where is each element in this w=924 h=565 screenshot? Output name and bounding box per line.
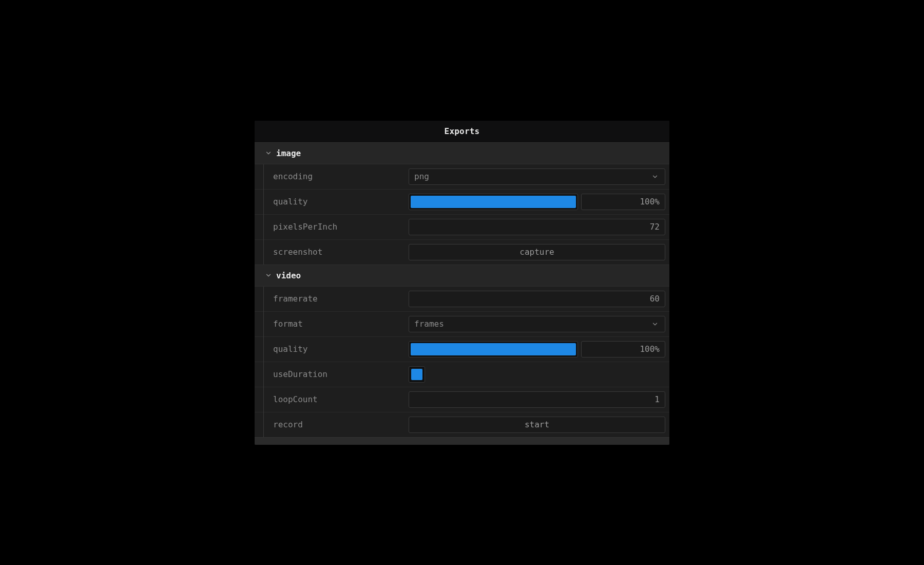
row-record: record start [255,412,669,437]
row-format: format frames [255,312,669,337]
video-quality-readout[interactable]: 100% [581,341,665,357]
video-rows: framerate 60 format frames quality [255,287,669,437]
section-header-image[interactable]: image [255,142,669,164]
capture-button[interactable]: capture [409,244,665,260]
row-loop-count: loopCount 1 [255,387,669,412]
row-use-duration: useDuration [255,362,669,387]
label-use-duration: useDuration [273,369,409,379]
label-encoding: encoding [273,172,409,181]
pixels-per-inch-input[interactable]: 72 [409,219,665,235]
section-title-image: image [276,148,301,158]
image-quality-slider[interactable] [409,194,578,210]
row-framerate: framerate 60 [255,287,669,312]
checkbox-checked-fill [411,369,422,380]
label-pixels-per-inch: pixelsPerInch [273,222,409,232]
row-screenshot: screenshot capture [255,240,669,265]
label-loop-count: loopCount [273,394,409,404]
image-rows: encoding png quality 100% pixelsPerInc [255,164,669,265]
label-video-quality: quality [273,344,409,354]
row-pixels-per-inch: pixelsPerInch 72 [255,215,669,240]
format-select-value: frames [414,319,444,329]
panel-footer-bar [255,437,669,445]
image-quality-slider-fill [411,196,576,208]
chevron-down-icon [265,149,272,157]
image-quality-readout[interactable]: 100% [581,194,665,210]
row-video-quality: quality 100% [255,337,669,362]
panel-title: Exports [255,121,669,142]
video-quality-slider-fill [411,343,576,355]
section-title-video: video [276,271,301,280]
chevron-down-icon [651,321,659,328]
use-duration-checkbox[interactable] [409,366,425,383]
encoding-select-value: png [414,172,429,181]
loop-count-input[interactable]: 1 [409,391,665,408]
section-header-video[interactable]: video [255,265,669,287]
exports-panel: Exports image encoding png quality [255,121,669,445]
encoding-select[interactable]: png [409,168,665,185]
label-framerate: framerate [273,294,409,304]
chevron-down-icon [265,272,272,279]
label-record: record [273,420,409,429]
start-button[interactable]: start [409,417,665,433]
label-image-quality: quality [273,197,409,206]
row-image-encoding: encoding png [255,164,669,190]
label-screenshot: screenshot [273,247,409,257]
framerate-input[interactable]: 60 [409,291,665,307]
video-quality-slider[interactable] [409,341,578,357]
row-image-quality: quality 100% [255,190,669,215]
label-format: format [273,319,409,329]
format-select[interactable]: frames [409,316,665,332]
chevron-down-icon [651,173,659,180]
